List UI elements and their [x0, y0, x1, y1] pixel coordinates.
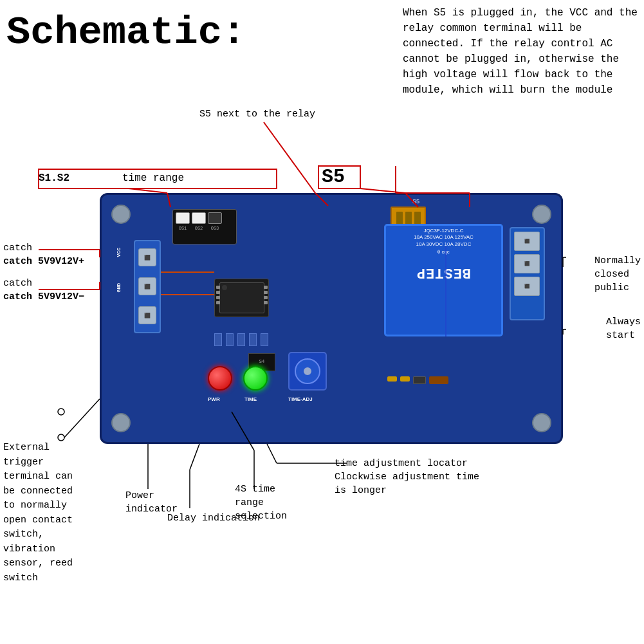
led-pwr [208, 366, 232, 391]
pcb-board: ⬛ ⬛ ⬛ VCC GND OS1 OS2 OS3 [100, 193, 563, 444]
output-t1: ⬛ [514, 232, 540, 251]
dip-switch: OS1 OS2 OS3 [172, 209, 237, 244]
ic-pin-r3 [264, 296, 268, 299]
output-t3: ⬛ [514, 277, 540, 296]
potentiometer [288, 352, 327, 391]
relay-brand: BESTEP [386, 264, 501, 281]
svg-line-9 [360, 189, 405, 193]
s5-pin-1 [396, 212, 403, 225]
ic-pin-l2 [216, 291, 220, 294]
led-time [243, 366, 268, 391]
external-trigger-label: Externaltriggerterminal canbe connectedt… [3, 441, 73, 585]
ic-pin-r2 [264, 291, 268, 294]
comp-3 [237, 333, 245, 346]
inductor [429, 376, 448, 384]
svg-line-29 [64, 399, 100, 437]
gnd-label: GND [116, 283, 122, 292]
pot-knob [304, 367, 311, 375]
s5-pin-2 [405, 212, 412, 225]
normally-closed-label: Normallyclosedpublic [594, 254, 641, 295]
ic-pin-r4 [264, 301, 268, 304]
small-components [214, 333, 268, 346]
extra-screw: ⬛ [138, 306, 156, 324]
s1s2-label: S1.S2 [39, 172, 69, 184]
comp-1 [214, 333, 222, 346]
s5-note: S5 next to the relay [199, 107, 315, 122]
comp-4 [249, 333, 257, 346]
svg-line-28 [267, 444, 277, 463]
ic-notch [222, 285, 227, 290]
page-title: Schematic: [6, 10, 246, 55]
svg-point-31 [58, 434, 64, 441]
dip-label-2: OS2 [192, 226, 206, 231]
transistor [413, 376, 426, 384]
gnd-screw: ⬛ [138, 277, 156, 295]
svg-line-7 [129, 189, 167, 193]
dip-label-1: OS1 [176, 226, 190, 231]
time-range-label: time range [122, 172, 184, 184]
s5-big-label: S5 [322, 166, 345, 188]
relay-spec-text: JQC3F-12VDC-C 10A 250VAC 10A 125VAC 10A … [386, 226, 501, 258]
comp-2 [226, 333, 234, 346]
time-label: TIME [244, 396, 257, 402]
ic-pin-r1 [264, 286, 268, 289]
svg-point-30 [58, 409, 64, 415]
pcb-corner-br [532, 413, 551, 432]
ic-pin-l3 [216, 296, 220, 299]
time-adj-locator-label: time adjustment locatorClockwise adjustm… [335, 457, 479, 497]
s5-pcb-text: S5 [412, 198, 419, 205]
ic-chip [214, 279, 269, 317]
relay-component: JQC3F-12VDC-C 10A 250VAC 10A 125VAC 10A … [384, 224, 503, 336]
s4-label: S4 [249, 354, 275, 364]
ic-pin-l1 [216, 286, 220, 289]
vcc-screw: ⬛ [138, 248, 156, 266]
vcc-label: VCC [116, 248, 122, 257]
resistor-2 [400, 376, 410, 382]
dip-s1 [176, 212, 190, 224]
svg-line-24 [190, 444, 199, 470]
pwr-label: PWR [208, 396, 220, 402]
right-terminal: ⬛ ⬛ ⬛ [510, 227, 545, 320]
pcb-corner-tr [532, 205, 551, 224]
pcb-corner-tl [111, 205, 131, 224]
dip-s2 [192, 212, 206, 224]
dip-s3 [208, 212, 222, 224]
page: Schematic: When S5 is plugged in, the VC… [0, 0, 644, 644]
catch-plus-label: catchcatch 5V9V12V+ [3, 241, 84, 268]
pcb-corner-bl [111, 413, 131, 432]
catch-minus-label: catchcatch 5V9V12V− [3, 277, 84, 304]
bottom-components [387, 376, 490, 384]
left-terminal: ⬛ ⬛ ⬛ VCC GND [134, 240, 161, 333]
svg-line-5 [264, 122, 315, 193]
time-range-selection-label: 4S timerangeselection [235, 483, 287, 523]
ic-pin-l4 [216, 301, 220, 304]
dip-label-3: OS3 [208, 226, 222, 231]
comp-5 [261, 333, 268, 346]
s5-pin-3 [414, 212, 421, 225]
time-adj-label: TIME-ADJ [288, 396, 313, 402]
pot-inner [295, 358, 320, 384]
output-t2: ⬛ [514, 254, 540, 273]
resistor-1 [387, 376, 397, 382]
description-text: When S5 is plugged in, the VCC and the r… [403, 5, 641, 98]
always-start-label: Alwaysstart [606, 315, 641, 342]
